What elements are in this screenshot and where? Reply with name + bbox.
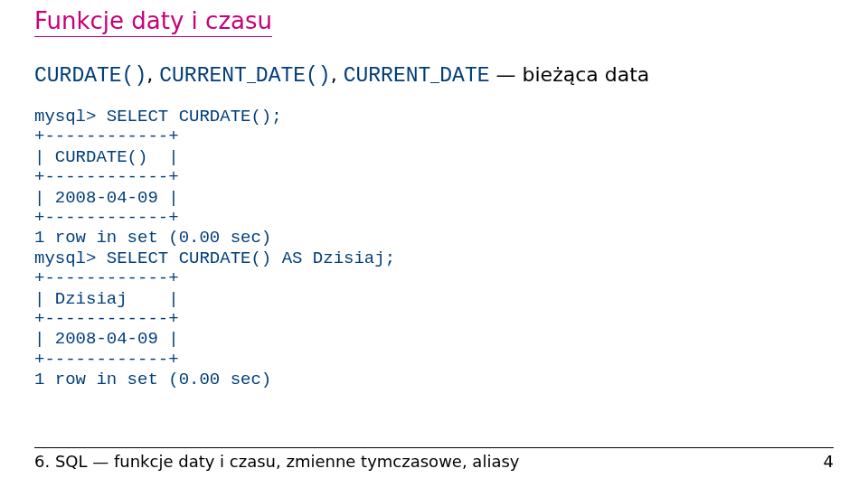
sep2: ,: [331, 63, 344, 86]
description-line: CURDATE(), CURRENTDATE(), CURRENTDATE — …: [34, 62, 834, 90]
fn-current-date: CURRENTDATE: [344, 64, 490, 88]
fn-curdate: CURDATE(): [34, 64, 146, 88]
desc-tail: — bieżąca data: [490, 63, 650, 86]
footer: 6. SQL — funkcje daty i czasu, zmienne t…: [34, 447, 834, 471]
sep1: ,: [146, 63, 159, 86]
page-number: 4: [824, 452, 834, 471]
code-block: mysql> SELECT CURDATE(); +------------+ …: [34, 107, 834, 390]
underscore-icon: [430, 82, 439, 83]
underscore-icon: [247, 82, 256, 83]
section-title: Funkcje daty i czasu: [34, 7, 272, 37]
fn-current-date-paren: CURRENTDATE(): [159, 64, 330, 88]
footer-text: 6. SQL — funkcje daty i czasu, zmienne t…: [34, 452, 519, 471]
page: Funkcje daty i czasu CURDATE(), CURRENTD…: [0, 0, 868, 478]
